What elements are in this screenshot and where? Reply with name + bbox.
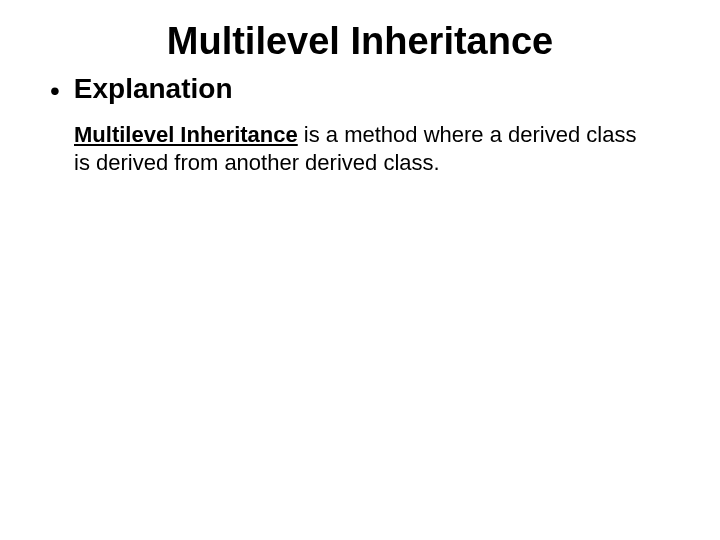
body-paragraph: Multilevel Inheritance is a method where… bbox=[50, 121, 670, 176]
bullet-label: Explanation bbox=[74, 73, 233, 105]
slide-title: Multilevel Inheritance bbox=[0, 20, 720, 63]
bullet-item: • Explanation bbox=[50, 73, 670, 105]
definition-term: Multilevel Inheritance bbox=[74, 122, 298, 147]
bullet-dot-icon: • bbox=[50, 77, 60, 105]
slide-content: • Explanation Multilevel Inheritance is … bbox=[0, 73, 720, 176]
